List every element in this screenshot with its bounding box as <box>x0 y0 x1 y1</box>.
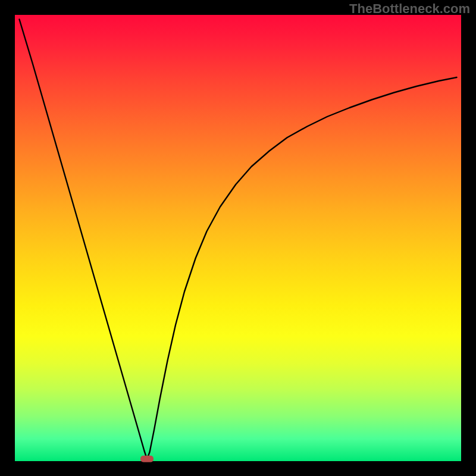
watermark-label: TheBottleneck.com <box>349 1 470 17</box>
chart-container: TheBottleneck.com <box>0 0 476 476</box>
bottleneck-chart <box>0 0 476 476</box>
plot-area <box>15 15 461 461</box>
min-marker <box>140 456 154 462</box>
